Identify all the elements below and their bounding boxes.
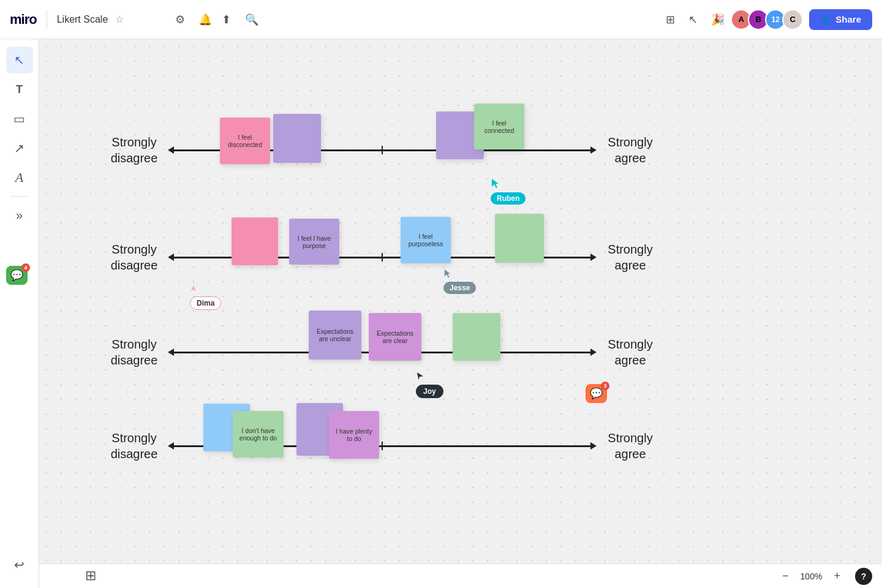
canvas: Stronglydisagree Stronglyagree Stronglyd…	[39, 39, 882, 564]
sticky-green-row3[interactable]	[453, 313, 500, 361]
joy-cursor-arrow	[416, 372, 424, 381]
sticky-purple-1[interactable]	[273, 114, 321, 163]
row4-left-label: Stronglydisagree	[94, 430, 174, 462]
settings-button[interactable]: ⚙	[172, 9, 189, 30]
undo-tool[interactable]: ↩	[6, 551, 33, 578]
panel-toggle-button[interactable]: ⊞	[78, 564, 103, 588]
note-icon: ▭	[13, 111, 25, 126]
sticky-green-row2[interactable]	[495, 214, 544, 263]
share-label: Share	[835, 14, 861, 24]
jesse-cursor-arrow	[443, 270, 452, 278]
board-title: Likert Scale	[57, 14, 108, 25]
row2-right-label: Stronglyagree	[590, 241, 670, 273]
cursor-button[interactable]: ↖	[685, 9, 701, 30]
row4-right-label: Stronglyagree	[590, 430, 670, 462]
sticky-purposeless[interactable]: I feel purposeless	[401, 217, 451, 263]
ruben-cursor: Ruben	[491, 179, 526, 205]
row4-tick	[382, 442, 383, 450]
connector-icon: ↗	[14, 141, 24, 156]
sticky-feel-disconected[interactable]: I feel disconected	[220, 118, 270, 164]
likert-row-4: Stronglydisagree Stronglyagree	[94, 430, 670, 462]
zoom-out-button[interactable]: −	[777, 567, 794, 585]
text-tool[interactable]: T	[6, 76, 33, 103]
row3-left-label: Stronglydisagree	[94, 336, 174, 368]
sticky-not-enough[interactable]: I don't have enough to do	[233, 411, 284, 458]
likert-row-1: Stronglydisagree Stronglyagree	[94, 134, 670, 166]
notifications-button[interactable]: 🔔	[195, 9, 216, 30]
svg-marker-1	[445, 270, 451, 277]
avatar-group: A B 12 C	[734, 9, 803, 30]
sticky-pink-row2[interactable]	[232, 217, 278, 265]
undo-icon: ↩	[14, 557, 24, 572]
search-button[interactable]: 🔍	[241, 9, 262, 30]
toolbar-divider	[10, 196, 29, 197]
svg-marker-0	[492, 179, 499, 188]
select-tool[interactable]: ↖	[6, 47, 33, 74]
jesse-label: Jesse	[443, 282, 476, 294]
sticky-feel-connected[interactable]: I feel connected	[474, 104, 524, 149]
row1-left-label: Stronglydisagree	[94, 134, 174, 166]
chat-badge-canvas[interactable]: 💬 3	[586, 384, 607, 403]
dima-cursor: Dima	[190, 284, 221, 310]
draw-icon: A	[15, 170, 23, 186]
topbar: miro Likert Scale ☆ ⊞ ↖ 🎉 A B 12 C 👤 Sha…	[0, 0, 882, 39]
dima-cursor-arrow	[190, 285, 197, 293]
zoom-in-button[interactable]: +	[829, 567, 845, 585]
jesse-cursor: Jesse	[443, 270, 476, 294]
sticky-plenty-to-do[interactable]: I have plenty to do	[329, 411, 379, 459]
select-icon: ↖	[14, 53, 24, 67]
chat-badge-1-count: 4	[21, 263, 30, 272]
row2-tick	[382, 253, 383, 262]
ruben-cursor-arrow	[491, 179, 500, 189]
ruben-label: Ruben	[491, 192, 526, 205]
left-toolbar: ↖ T ▭ ↗ A » 💬 4 ↩	[0, 39, 39, 588]
chat-badge-canvas-count: 3	[601, 382, 609, 390]
share-button[interactable]: 👤 Share	[809, 9, 872, 30]
draw-tool[interactable]: A	[6, 164, 33, 191]
dima-label: Dima	[190, 296, 221, 310]
share-icon: 👤	[820, 14, 832, 25]
logo: miro	[10, 12, 37, 28]
zoom-level: 100%	[798, 571, 824, 581]
connector-tool[interactable]: ↗	[6, 135, 33, 162]
sticky-expectations-clear[interactable]: Expectations are clear	[369, 313, 421, 361]
party-button[interactable]: 🎉	[707, 9, 728, 30]
upload-button[interactable]: ⬆	[218, 9, 235, 30]
topbar-divider	[47, 10, 47, 29]
row1-right-label: Stronglyagree	[590, 134, 670, 166]
grid-button[interactable]: ⊞	[662, 9, 679, 30]
row2-left-label: Stronglydisagree	[94, 241, 174, 273]
joy-cursor: Joy	[416, 372, 443, 398]
svg-marker-2	[417, 372, 424, 380]
likert-row-2: Stronglydisagree Stronglyagree	[94, 241, 670, 273]
star-icon[interactable]: ☆	[115, 13, 124, 25]
svg-marker-3	[191, 285, 197, 292]
avatar-3: C	[782, 9, 803, 30]
sticky-feel-purpose[interactable]: I feel I have purpose	[289, 219, 339, 265]
note-tool[interactable]: ▭	[6, 105, 33, 132]
sticky-expectations-unclear[interactable]: Expectations are unclear	[309, 311, 361, 360]
bottombar: ⊞ − 100% + ?	[39, 564, 882, 588]
text-icon: T	[16, 83, 23, 96]
chat-badge-1[interactable]: 💬 4	[6, 266, 28, 285]
row3-right-label: Stronglyagree	[590, 336, 670, 368]
more-tool[interactable]: »	[6, 202, 33, 228]
joy-label: Joy	[416, 385, 443, 398]
topbar-right: ⊞ ↖ 🎉 A B 12 C 👤 Share	[662, 9, 872, 30]
help-button[interactable]: ?	[855, 568, 872, 585]
more-icon: »	[16, 208, 23, 222]
row1-tick	[382, 146, 383, 154]
